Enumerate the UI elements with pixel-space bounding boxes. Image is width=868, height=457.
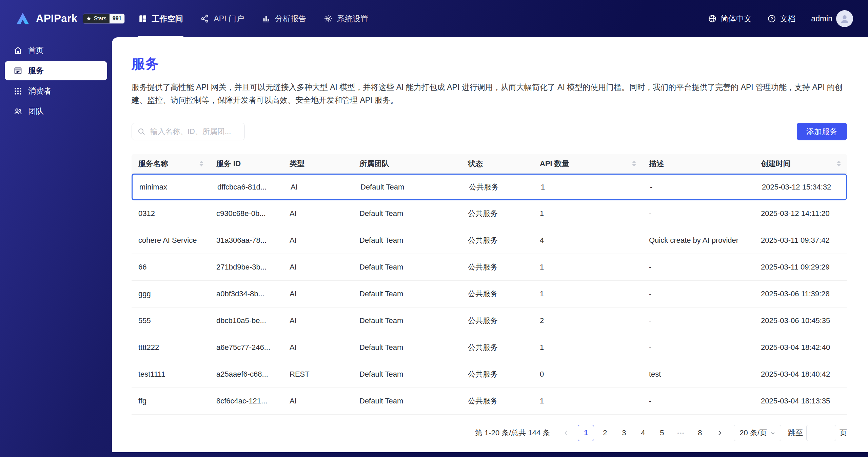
teams-icon [14,107,22,116]
jump-to-label: 跳至 [788,428,803,438]
column-label: 描述 [649,159,664,169]
cell-created-time: 2025-03-11 09:29:29 [754,263,847,272]
sidebar-item-consumers[interactable]: 消费者 [5,81,107,101]
sidebar-item-teams[interactable]: 团队 [5,102,107,121]
cell-status: 公共服务 [461,316,533,326]
table-row[interactable]: tttt222 a6e75c77-246... AI Default Team … [132,334,847,361]
cell-description: - [642,209,754,218]
cell-team: Default Team [353,236,461,245]
cell-status: 公共服务 [461,208,533,219]
cell-description: test [642,370,754,379]
jump-page-input[interactable] [806,425,836,441]
column-label: 创建时间 [761,159,791,169]
sort-icon[interactable] [632,161,636,166]
cell-team: Default Team [353,263,461,272]
cell-service-id: 31a306aa-78... [210,236,283,245]
cell-created-time: 2025-03-06 10:45:35 [754,316,847,325]
cell-service-id: c930c68e-0b... [210,209,283,218]
table-row[interactable]: ggg a0bf3d34-8b... AI Default Team 公共服务 … [132,281,847,307]
page-size-select[interactable]: 20 条/页 [734,425,781,441]
nav-tab-label: 系统设置 [337,14,368,24]
nav-tab-analytics[interactable]: 分析报告 [253,0,315,37]
add-service-button[interactable]: 添加服务 [797,123,847,140]
sidebar-item-label: 消费者 [28,86,52,96]
cell-api-count: 1 [534,183,643,192]
jump-suffix-label: 页 [840,428,847,438]
table-row[interactable]: 0312 c930c68e-0b... AI Default Team 公共服务… [132,200,847,227]
cell-service-name: minimax [133,183,211,192]
pagination-pages: 12345•••8 [578,425,708,441]
cell-api-count: 4 [533,236,642,245]
brand: APIPark Stars 991 [15,11,125,26]
table-row[interactable]: cohere AI Service 31a306aa-78... AI Defa… [132,227,847,254]
column-header[interactable]: 创建时间 [754,154,847,173]
pagination-page[interactable]: 2 [597,425,613,441]
table-header-row: 服务名称服务 ID类型所属团队状态API 数量描述创建时间 [132,154,847,174]
sort-icon[interactable] [199,161,203,166]
cell-created-time: 2025-03-12 14:11:20 [754,209,847,218]
cell-service-id: dffcbca6-81d... [211,183,284,192]
avatar [836,10,853,27]
table-row[interactable]: 66 271bd9be-3b... AI Default Team 公共服务 1… [132,254,847,281]
cell-type: AI [283,290,353,298]
column-header[interactable]: 服务名称 [132,154,210,173]
cell-service-id: a25aaef6-c68... [210,370,283,379]
page-description: 服务提供了高性能 API 网关，并且可以无缝接入多种大型 AI 模型，并将这些 … [132,81,847,106]
stars-count: 991 [110,14,125,23]
sidebar: 首页 服务 消费者 团队 [0,37,112,457]
table-row[interactable]: minimax dffcbca6-81d... AI Default Team … [132,174,847,200]
nav-tab-workspace[interactable]: 工作空间 [130,0,192,37]
cell-description: - [642,290,754,298]
cell-created-time: 2025-03-04 18:13:35 [754,397,847,405]
services-icon [14,66,22,75]
cell-api-count: 1 [533,263,642,272]
pagination-prev-button[interactable] [558,425,574,441]
cell-team: Default Team [353,397,461,405]
pagination-next-button[interactable] [711,425,728,441]
cell-type: AI [284,183,354,192]
pagination-page[interactable]: 4 [635,425,651,441]
pagination-page[interactable]: 8 [692,425,708,441]
cell-status: 公共服务 [461,369,533,379]
sort-icon[interactable] [837,161,841,166]
portal-icon [200,14,209,23]
cell-service-name: tttt222 [132,343,210,352]
cell-api-count: 1 [533,397,642,405]
cell-service-id: 271bd9be-3b... [210,263,283,272]
github-stars-badge[interactable]: Stars 991 [83,14,125,24]
cell-description: Quick create by AI provider [642,236,754,245]
table-row[interactable]: 555 dbcb10a5-be... AI Default Team 公共服务 … [132,307,847,334]
nav-tab-label: API 门户 [214,14,244,24]
topbar: APIPark Stars 991 工作空间 API 门户 [0,0,868,37]
table-row[interactable]: test1111 a25aaef6-c68... REST Default Te… [132,361,847,388]
search-input[interactable] [132,123,245,140]
cell-type: REST [283,370,353,379]
nav-tab-settings[interactable]: 系统设置 [315,0,377,37]
docs-link[interactable]: ? 文档 [767,14,795,24]
search-icon [137,127,145,136]
consumers-icon [14,87,22,96]
pagination-page[interactable]: 1 [578,425,594,441]
sidebar-item-home[interactable]: 首页 [5,41,107,60]
pagination-summary: 第 1-20 条/总共 144 条 [475,428,550,438]
settings-icon [324,14,333,23]
cell-team: Default Team [353,209,461,218]
column-label: 类型 [290,159,304,169]
cell-status: 公共服务 [461,262,533,272]
column-header[interactable]: API 数量 [533,154,642,173]
stars-label: Stars [94,16,106,22]
home-icon [14,46,22,55]
cell-description: - [642,316,754,325]
column-label: 服务名称 [138,159,168,169]
sidebar-item-services[interactable]: 服务 [5,61,107,80]
pagination-page[interactable]: 5 [654,425,670,441]
pagination-page[interactable]: 3 [616,425,632,441]
pagination: 第 1-20 条/总共 144 条 12345•••8 20 条/页 跳至 页 [132,415,847,451]
cell-service-name: 0312 [132,209,210,218]
nav-tab-label: 分析报告 [275,14,306,24]
user-menu[interactable]: admin [811,10,853,27]
language-switcher[interactable]: 简体中文 [708,14,752,24]
cell-service-id: dbcb10a5-be... [210,316,283,325]
table-row[interactable]: ffg 8cf6c4ac-121... AI Default Team 公共服务… [132,388,847,415]
nav-tab-api-portal[interactable]: API 门户 [192,0,253,37]
